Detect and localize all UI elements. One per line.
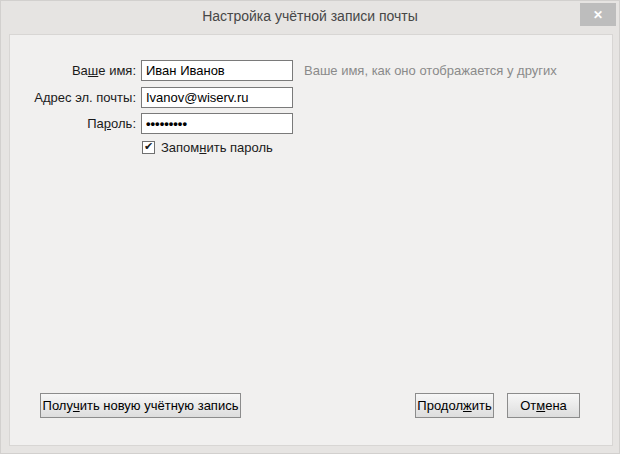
password-row: Пароль: [10, 112, 293, 134]
name-label: Ваше имя: [10, 63, 136, 78]
get-new-account-button[interactable]: Получить новую учётную запись [40, 393, 241, 418]
content-panel: Ваше имя: Ваше имя, как оно отображается… [9, 34, 613, 446]
name-hint: Ваше имя, как оно отображается у других [304, 63, 557, 78]
name-row: Ваше имя: Ваше имя, как оно отображается… [10, 59, 557, 81]
mail-account-setup-dialog: Настройка учётной записи почты ✕ Ваше им… [0, 0, 620, 454]
check-icon: ✔ [144, 141, 153, 152]
close-icon: ✕ [593, 9, 603, 21]
close-button[interactable]: ✕ [580, 3, 616, 26]
email-row: Адрес эл. почты: [10, 86, 293, 108]
remember-password-checkbox-wrap[interactable]: ✔ Запомнить пароль [142, 140, 273, 155]
email-input[interactable] [141, 87, 293, 108]
remember-password-checkbox[interactable]: ✔ [142, 141, 155, 154]
name-input[interactable] [141, 60, 293, 81]
password-label: Пароль: [10, 116, 136, 131]
titlebar: Настройка учётной записи почты ✕ [1, 1, 619, 34]
remember-password-label: Запомнить пароль [161, 140, 273, 155]
cancel-button[interactable]: Отмена [507, 393, 580, 418]
remember-password-row: ✔ Запомнить пароль [142, 136, 273, 158]
continue-button[interactable]: Продолжить [415, 393, 494, 418]
dialog-title: Настройка учётной записи почты [1, 8, 619, 24]
password-input[interactable] [141, 113, 293, 134]
email-label: Адрес эл. почты: [10, 90, 136, 105]
